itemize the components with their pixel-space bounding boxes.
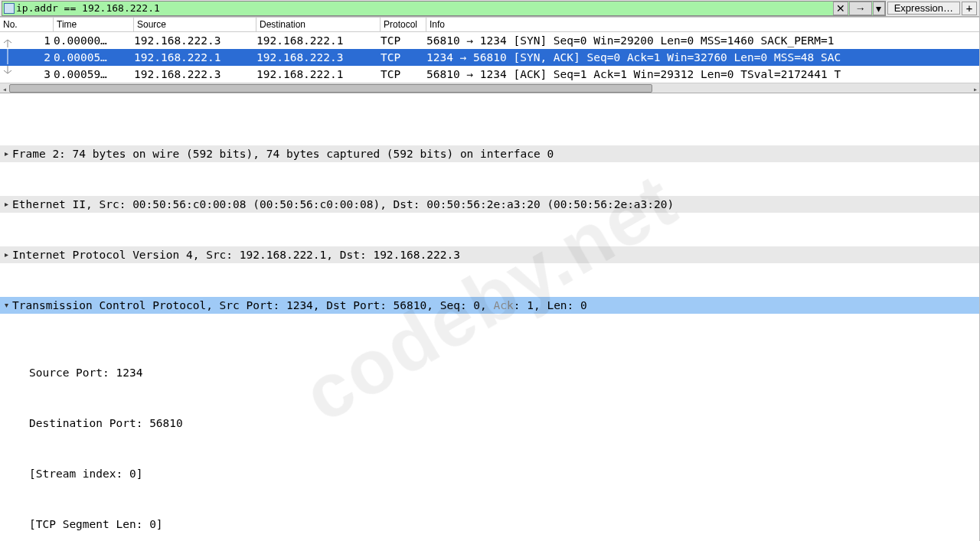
bookmark-icon[interactable] [4, 3, 15, 14]
expression-button[interactable]: Expression… [887, 2, 960, 15]
cell-no: 3 [15, 66, 54, 83]
packet-row[interactable]: 20.00005…192.168.222.1192.168.222.3TCP12… [0, 49, 980, 66]
col-header-no[interactable]: No. [0, 18, 54, 32]
cell-dst: 192.168.222.3 [256, 49, 381, 66]
cell-src: 192.168.222.3 [134, 66, 256, 83]
apply-filter-button[interactable]: → [849, 2, 872, 15]
tree-dstport[interactable]: Destination Port: 56810 [0, 415, 980, 432]
cell-info: 1234 → 56810 [SYN, ACK] Seq=0 Ack=1 Win=… [426, 49, 980, 66]
cell-proto: TCP [381, 49, 426, 66]
cell-dst: 192.168.222.1 [256, 66, 381, 83]
cell-dst: 192.168.222.1 [256, 32, 381, 49]
expand-icon[interactable]: ▸ [0, 246, 12, 263]
filter-bar: ✕ → ▾ Expression… + [0, 0, 980, 17]
col-header-time[interactable]: Time [54, 18, 134, 32]
cell-info: 56810 → 1234 [ACK] Seq=1 Ack=1 Win=29312… [426, 66, 980, 83]
svg-line-5 [4, 70, 8, 73]
arrow-right-icon: → [855, 2, 866, 15]
filter-history-dropdown[interactable]: ▾ [873, 2, 885, 15]
cell-proto: TCP [381, 32, 426, 49]
tree-frame[interactable]: ▸Frame 2: 74 bytes on wire (592 bits), 7… [0, 145, 980, 162]
cell-info: 56810 → 1234 [SYN] Seq=0 Win=29200 Len=0… [426, 32, 980, 49]
svg-line-6 [8, 70, 11, 73]
col-header-dst[interactable]: Destination [256, 18, 381, 32]
filter-controls: Expression… + [887, 2, 980, 15]
tree-tcp[interactable]: ▾Transmission Control Protocol, Src Port… [0, 297, 980, 314]
expand-icon[interactable]: ▸ [0, 196, 12, 213]
cell-time: 0.00005… [54, 49, 134, 66]
col-header-proto[interactable]: Protocol [381, 18, 426, 32]
tree-stream[interactable]: [Stream index: 0] [0, 465, 980, 482]
cell-src: 192.168.222.3 [134, 32, 256, 49]
cell-no: 2 [15, 49, 54, 66]
packet-list: No. Time Source Destination Protocol Inf… [0, 17, 980, 83]
h-scrollbar[interactable]: ◂ ▸ [0, 83, 980, 93]
scrollbar-thumb[interactable] [9, 84, 652, 93]
packet-row[interactable]: 30.00059…192.168.222.3192.168.222.1TCP56… [0, 66, 980, 83]
scroll-left-icon[interactable]: ◂ [0, 83, 9, 94]
flow-marker [0, 66, 15, 83]
packet-details: ▸Frame 2: 74 bytes on wire (592 bits), 7… [0, 93, 980, 541]
tree-seglen[interactable]: [TCP Segment Len: 0] [0, 516, 980, 533]
collapse-icon[interactable]: ▾ [0, 297, 12, 314]
packet-row[interactable]: 10.00000…192.168.222.3192.168.222.1TCP56… [0, 32, 980, 49]
add-filter-button[interactable]: + [962, 2, 977, 15]
cell-time: 0.00059… [54, 66, 134, 83]
cell-src: 192.168.222.1 [134, 49, 256, 66]
expand-icon[interactable]: ▸ [0, 145, 12, 162]
tree-ip[interactable]: ▸Internet Protocol Version 4, Src: 192.1… [0, 246, 980, 263]
filter-input-wrap[interactable]: ✕ → ▾ [2, 1, 886, 16]
display-filter-input[interactable] [16, 2, 832, 14]
tree-srcport[interactable]: Source Port: 1234 [0, 364, 980, 381]
cell-proto: TCP [381, 66, 426, 83]
cell-no: 1 [15, 32, 54, 49]
cell-time: 0.00000… [54, 32, 134, 49]
clear-filter-button[interactable]: ✕ [833, 2, 848, 15]
svg-line-1 [4, 40, 8, 43]
col-header-src[interactable]: Source [134, 18, 256, 32]
packet-list-header: No. Time Source Destination Protocol Inf… [0, 18, 980, 32]
col-header-info[interactable]: Info [426, 18, 980, 32]
tree-ethernet[interactable]: ▸Ethernet II, Src: 00:50:56:c0:00:08 (00… [0, 196, 980, 213]
svg-line-2 [8, 40, 11, 43]
flow-marker [0, 49, 15, 66]
flow-marker [0, 32, 15, 49]
